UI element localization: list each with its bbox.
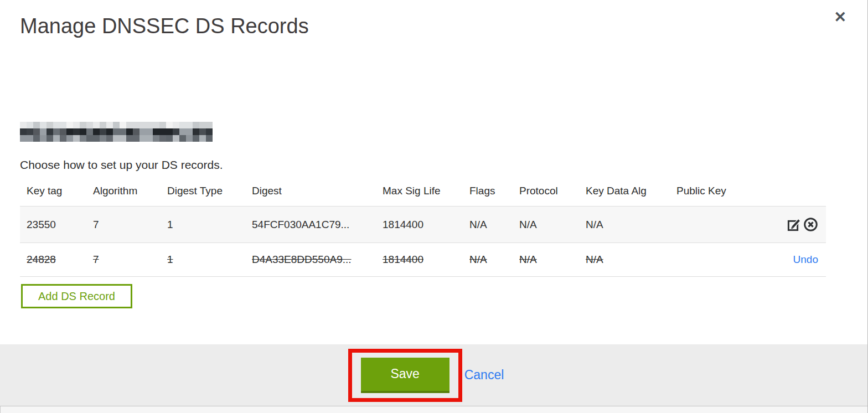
col-header-max-sig-life: Max Sig Life: [376, 182, 463, 206]
redaction-block: [46, 135, 53, 142]
redaction-block: [173, 128, 179, 135]
cell-flags: N/A: [463, 206, 513, 243]
redaction-block: [199, 128, 206, 135]
col-header-algorithm: Algorithm: [86, 182, 161, 206]
redaction-block: [193, 122, 199, 128]
redaction-block: [126, 128, 133, 135]
redaction-block: [80, 135, 86, 142]
cell-key-tag: 24828: [20, 243, 86, 277]
table-header-row: Key tag Algorithm Digest Type Digest Max…: [20, 182, 826, 206]
redaction-block: [113, 128, 120, 135]
redaction-block: [66, 128, 73, 135]
col-header-protocol: Protocol: [513, 182, 579, 206]
redaction-block: [33, 128, 40, 135]
redaction-block: [86, 135, 93, 142]
save-button[interactable]: Save: [361, 358, 450, 393]
undo-link[interactable]: Undo: [793, 254, 818, 265]
redaction-block: [179, 128, 186, 135]
row-actions: [747, 206, 826, 243]
redaction-block: [27, 122, 33, 128]
redaction-block: [140, 135, 146, 142]
table-row-deleted: 24828 7 1 D4A33E8DD550A9... 1814400 N/A …: [20, 243, 826, 277]
cell-digest: 54FCF030AA1C79...: [245, 206, 376, 243]
redaction-block: [93, 128, 100, 135]
cell-public-key: [670, 243, 747, 277]
redaction-block: [133, 135, 140, 142]
redaction-block: [86, 122, 93, 128]
cell-algorithm: 7: [86, 206, 161, 243]
redaction-block: [126, 122, 133, 128]
redaction-block: [166, 135, 173, 142]
footer-actions: Save Cancel: [348, 349, 504, 402]
cell-max-sig-life: 1814400: [376, 206, 463, 243]
redaction-block: [159, 135, 166, 142]
redaction-block: [186, 128, 193, 135]
table-row: 23550 7 1 54FCF030AA1C79... 1814400 N/A …: [20, 206, 826, 243]
redaction-block: [133, 128, 140, 135]
redaction-block: [159, 128, 166, 135]
redaction-block: [93, 122, 100, 128]
redaction-block: [73, 135, 80, 142]
redaction-block: [173, 122, 179, 128]
manage-dnssec-dialog: Manage DNSSEC DS Records ✕ Choose how to…: [0, 0, 868, 413]
redaction-block: [80, 128, 86, 135]
redaction-block: [166, 128, 173, 135]
cell-max-sig-life: 1814400: [376, 243, 463, 277]
col-header-actions: [747, 182, 826, 206]
instruction-text: Choose how to set up your DS records.: [20, 158, 223, 172]
redaction-block: [53, 122, 60, 128]
redaction-block: [100, 122, 106, 128]
redaction-block: [60, 128, 66, 135]
col-header-digest-type: Digest Type: [161, 182, 245, 206]
redaction-block: [159, 122, 166, 128]
redaction-block: [86, 128, 93, 135]
col-header-digest: Digest: [245, 182, 376, 206]
close-icon[interactable]: ✕: [834, 10, 846, 25]
ds-records-table: Key tag Algorithm Digest Type Digest Max…: [20, 182, 826, 277]
redaction-block: [206, 128, 213, 135]
redaction-block: [126, 135, 133, 142]
col-header-key-data-alg: Key Data Alg: [579, 182, 670, 206]
redaction-block: [73, 122, 80, 128]
cell-key-tag: 23550: [20, 206, 86, 243]
redaction-block: [60, 122, 66, 128]
redaction-block: [100, 128, 106, 135]
add-ds-record-button[interactable]: Add DS Record: [21, 284, 132, 308]
redaction-block: [33, 122, 40, 128]
redaction-block: [106, 135, 113, 142]
cancel-link[interactable]: Cancel: [464, 368, 504, 383]
cell-protocol: N/A: [513, 243, 579, 277]
redaction-block: [60, 135, 66, 142]
redaction-block: [179, 135, 186, 142]
cell-digest-type: 1: [161, 243, 245, 277]
redaction-block: [146, 135, 153, 142]
redaction-block: [153, 135, 159, 142]
redaction-block: [179, 122, 186, 128]
cell-algorithm: 7: [86, 243, 161, 277]
redaction-block: [33, 135, 40, 142]
redaction-block: [113, 135, 120, 142]
redaction-block: [106, 128, 113, 135]
redaction-block: [40, 135, 46, 142]
edit-record-icon[interactable]: [787, 217, 802, 232]
redaction-block: [27, 128, 33, 135]
redaction-block: [106, 122, 113, 128]
delete-record-icon[interactable]: [803, 217, 818, 232]
redaction-block: [140, 122, 146, 128]
redaction-block: [193, 135, 199, 142]
redaction-block: [40, 128, 46, 135]
redaction-block: [20, 128, 27, 135]
cell-public-key: [670, 206, 747, 243]
redaction-block: [140, 128, 146, 135]
redaction-block: [206, 122, 213, 128]
redaction-block: [120, 135, 126, 142]
redaction-block: [53, 128, 60, 135]
redaction-block: [199, 135, 206, 142]
cell-digest: D4A33E8DD550A9...: [245, 243, 376, 277]
redaction-block: [80, 122, 86, 128]
cell-flags: N/A: [463, 243, 513, 277]
col-header-key-tag: Key tag: [20, 182, 86, 206]
redaction-block: [193, 128, 199, 135]
redaction-block: [100, 135, 106, 142]
cell-key-data-alg: N/A: [579, 243, 670, 277]
